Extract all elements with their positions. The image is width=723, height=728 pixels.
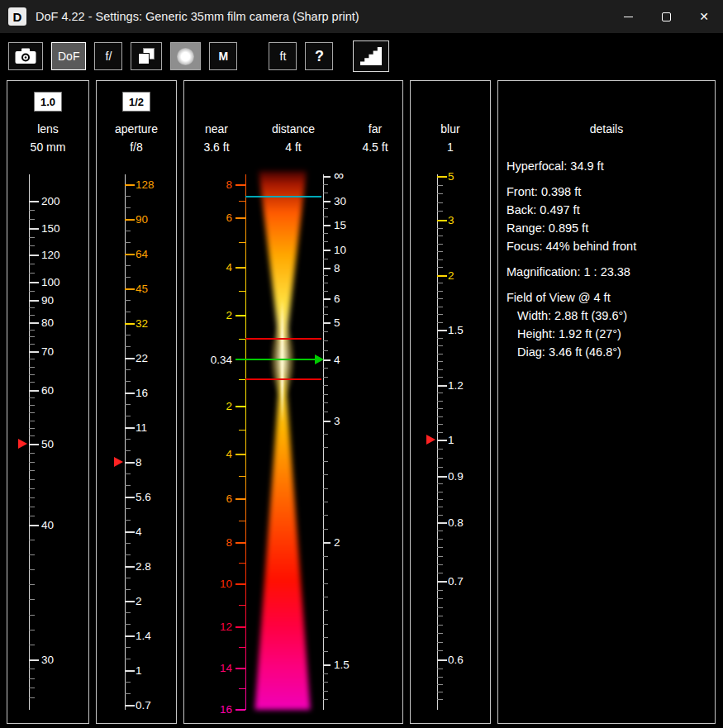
help-button[interactable]: ? — [305, 42, 333, 70]
units-button[interactable]: ft — [269, 42, 297, 70]
scale-label: 0.7 — [448, 575, 464, 588]
scale-tick — [125, 462, 135, 464]
scale-label: 1.4 — [136, 630, 151, 642]
aperture-fstop-scale[interactable]: 1289064453222161185.642.821.410.7 — [97, 174, 176, 710]
scale-tick — [323, 377, 328, 378]
scale-tick — [125, 381, 131, 382]
scale-tick — [437, 467, 443, 468]
scale-tick — [437, 669, 443, 669]
camera-settings-button[interactable] — [8, 42, 43, 70]
scale-tick — [437, 330, 447, 331]
detail-line: Width: 2.88 ft (39.6°) — [507, 307, 710, 325]
manual-mode-button[interactable]: M — [209, 42, 237, 70]
far-label: far — [350, 122, 401, 136]
fstop-scale-button[interactable]: f/ — [94, 42, 122, 70]
scale-tick — [437, 393, 443, 393]
scale-tick — [437, 354, 443, 354]
scale-tick — [437, 507, 443, 507]
blur-header: blur 1 — [411, 122, 490, 154]
focus-arrow-shaft — [235, 359, 316, 360]
scale-tick — [29, 330, 35, 331]
scale-tick — [125, 508, 131, 509]
scale-tick — [29, 390, 39, 392]
scale-tick — [29, 351, 39, 353]
scale-tick — [125, 196, 131, 197]
scale-tick — [323, 208, 328, 209]
scale-line — [323, 174, 324, 710]
copy-button[interactable] — [131, 42, 162, 70]
window-controls: ✕ — [609, 0, 723, 33]
scale-label: 30 — [334, 194, 346, 207]
scale-tick — [437, 345, 443, 346]
focus-arrow-head — [315, 354, 324, 364]
scale-tick — [437, 440, 447, 441]
scale-label: 15 — [334, 219, 346, 231]
details-body: Hyperfocal: 34.9 ftFront: 0.398 ftBack: … — [507, 157, 710, 369]
scale-label: 100 — [41, 275, 60, 288]
scale-label: 90 — [41, 293, 54, 306]
steps-button[interactable] — [353, 40, 389, 72]
scale-tick — [29, 273, 35, 274]
scale-tick — [437, 476, 447, 478]
scale-tick — [437, 684, 443, 685]
lens-focal-scale[interactable]: 20015012010090807060504030 — [7, 174, 88, 710]
scale-tick — [29, 307, 35, 308]
scale-tick — [323, 283, 328, 283]
scale-tick — [323, 461, 328, 462]
aperture-step-badge[interactable]: 1/2 — [122, 92, 150, 112]
scale-label: 2 — [136, 595, 142, 607]
scale-label: 1.2 — [448, 379, 464, 392]
minimize-button[interactable] — [609, 0, 647, 33]
close-button[interactable]: ✕ — [685, 0, 723, 33]
scale-tick — [437, 633, 443, 634]
scale-tick — [29, 630, 35, 630]
scale-tick — [437, 176, 447, 178]
scale-tick — [437, 492, 443, 492]
scale-tick — [125, 705, 135, 707]
detail-group: Magnification: 1 : 23.38 — [507, 263, 710, 281]
scale-tick — [29, 300, 39, 302]
aperture-marker[interactable] — [114, 457, 123, 467]
scale-tick — [437, 556, 443, 557]
scale-tick — [437, 307, 443, 307]
scale-tick — [125, 393, 135, 394]
dof-visualization[interactable]: 8642246810121416 ∞3015108654321.5 0.34 — [184, 174, 402, 710]
scale-tick — [125, 578, 131, 578]
copy-squares-icon — [137, 47, 155, 65]
distance-scale[interactable]: ∞3015108654321.5 — [184, 174, 402, 710]
scale-tick — [125, 612, 131, 613]
detail-line: Field of View @ 4 ft — [507, 288, 710, 307]
lens-step-badge[interactable]: 1.0 — [34, 92, 62, 112]
scale-label: 80 — [41, 316, 54, 328]
scale-tick — [323, 394, 328, 395]
scale-label: 1.5 — [448, 324, 464, 336]
blur-marker[interactable] — [426, 435, 435, 445]
scale-tick — [437, 416, 443, 417]
scale-tick — [323, 474, 328, 475]
glow-button[interactable] — [170, 42, 201, 70]
scale-tick — [323, 225, 331, 226]
scale-tick — [437, 220, 447, 221]
scale-tick — [29, 405, 35, 406]
lens-marker[interactable] — [18, 439, 27, 449]
scale-tick — [125, 231, 131, 231]
blur-panel: blur 1 5321.51.210.90.80.70.6 — [410, 80, 491, 724]
scale-tick — [437, 193, 443, 194]
dof-mode-button[interactable]: DoF — [51, 42, 86, 70]
scale-tick — [437, 564, 443, 565]
scale-tick — [437, 458, 443, 459]
scale-label: 1 — [448, 434, 454, 446]
lens-value: 50 mm — [7, 140, 88, 154]
scale-tick — [125, 277, 131, 278]
scale-tick — [437, 692, 443, 692]
scale-tick — [125, 543, 131, 544]
blur-limit-scale[interactable]: 5321.51.210.90.80.70.6 — [411, 174, 490, 710]
scale-tick — [323, 402, 328, 403]
scale-tick — [323, 331, 328, 332]
scale-tick — [29, 237, 35, 238]
scale-tick — [437, 499, 443, 500]
scale-tick — [323, 434, 328, 435]
scale-label: 10 — [334, 243, 346, 255]
maximize-button[interactable] — [647, 0, 685, 33]
scale-tick — [29, 412, 35, 413]
